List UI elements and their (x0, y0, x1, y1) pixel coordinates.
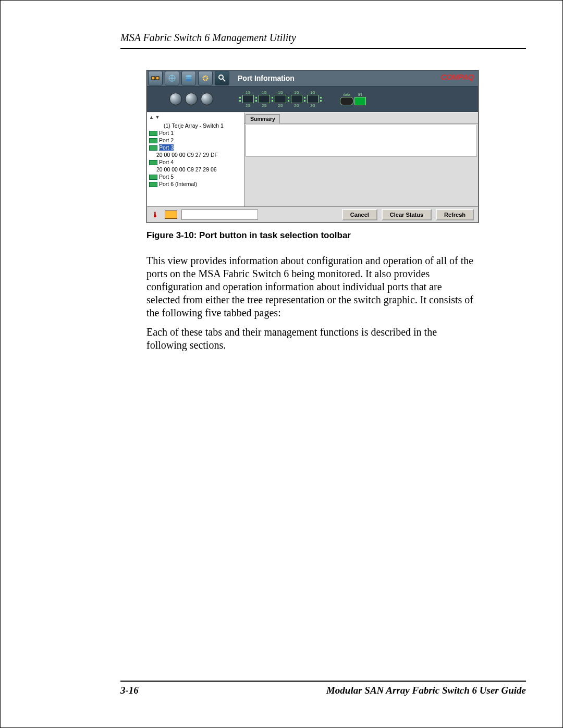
app-window: Port Information COMPAQ 1G2G 1G2G 1G2G (146, 70, 479, 223)
thermometer-icon: 🌡 (151, 210, 161, 219)
tree-node[interactable]: Port 2 (149, 137, 242, 144)
tree-node[interactable]: Port 4 (149, 158, 242, 166)
front-port-icon[interactable] (307, 95, 319, 103)
serial-port-icon[interactable] (340, 97, 353, 105)
port-icon (149, 145, 157, 151)
front-port-icon[interactable] (275, 95, 286, 103)
tree-node-child[interactable]: 20 00 00 00 C9 27 29 06 (156, 166, 242, 173)
ethernet-port-icon[interactable] (354, 97, 366, 105)
tabs-row: Summary (244, 113, 478, 124)
port-icon (149, 160, 157, 165)
body-paragraph: This view provides information about con… (146, 254, 478, 319)
table-empty-area (246, 125, 477, 157)
knob-icon (201, 93, 213, 105)
svg-point-7 (186, 79, 192, 81)
section-title: Port Information (238, 74, 295, 82)
svg-point-5 (186, 75, 192, 77)
knob-icon (169, 93, 182, 105)
front-port-icon[interactable] (291, 95, 302, 103)
page-number: 3-16 (120, 685, 139, 696)
tree-node[interactable]: Port 6 (Internal) (149, 180, 242, 188)
port-icon (149, 131, 157, 136)
switch-view-button[interactable] (148, 71, 163, 85)
svg-line-10 (223, 79, 225, 81)
figure-caption: Figure 3-10: Port button in task selecti… (146, 230, 478, 241)
running-header: MSA Fabric Switch 6 Management Utility (120, 32, 526, 44)
task-toolbar: Port Information COMPAQ (147, 70, 478, 87)
brand-logo: COMPAQ (441, 72, 474, 81)
sort-arrows-icon[interactable]: ▲ ▼ (149, 114, 242, 121)
svg-rect-1 (156, 77, 159, 80)
gear-button[interactable] (198, 71, 213, 85)
refresh-button[interactable]: Refresh (436, 209, 474, 220)
port-info-button[interactable] (215, 71, 229, 85)
tree-root[interactable]: (1) Terje Array - Switch 1 (164, 122, 242, 129)
svg-point-9 (219, 75, 223, 79)
knob-icon (185, 93, 198, 105)
tab-summary[interactable]: Summary (246, 114, 280, 124)
body-paragraph: Each of these tabs and their management … (146, 326, 478, 352)
header-rule (120, 48, 526, 49)
svg-point-8 (203, 76, 207, 80)
switch-status-icon (165, 211, 177, 219)
stack-button[interactable] (181, 71, 196, 85)
front-port-icon[interactable] (242, 95, 254, 103)
tree-pane[interactable]: ▲ ▼ (1) Terje Array - Switch 1 Port 1Por… (147, 113, 244, 206)
svg-point-6 (186, 77, 192, 79)
port-icon (149, 182, 157, 187)
port-icon (149, 138, 157, 143)
tree-node-child[interactable]: 20 00 00 00 C9 27 29 DF (156, 151, 242, 158)
status-bar: 🌡 Cancel Clear Status Refresh (147, 206, 478, 223)
device-left-panel (147, 87, 236, 112)
svg-rect-0 (152, 77, 155, 80)
port-icon (149, 175, 157, 180)
tree-node[interactable]: Port 1 (149, 129, 242, 137)
fabric-view-button[interactable] (165, 71, 179, 85)
device-graphic-row: 1G2G 1G2G 1G2G 1G2G 1G2G data 9∕1 (147, 87, 478, 112)
tree-node[interactable]: Port 5 (149, 173, 242, 180)
status-field[interactable] (181, 209, 258, 220)
front-port-icon[interactable] (259, 95, 270, 103)
device-ports-panel: 1G2G 1G2G 1G2G 1G2G 1G2G data 9∕1 (236, 87, 478, 112)
clear-status-button[interactable]: Clear Status (382, 209, 432, 220)
tree-node[interactable]: Port 3 (149, 144, 242, 151)
cancel-button[interactable]: Cancel (342, 209, 377, 220)
footer-doc-title: Modular SAN Array Fabric Switch 6 User G… (326, 685, 526, 696)
footer-rule (120, 681, 526, 682)
